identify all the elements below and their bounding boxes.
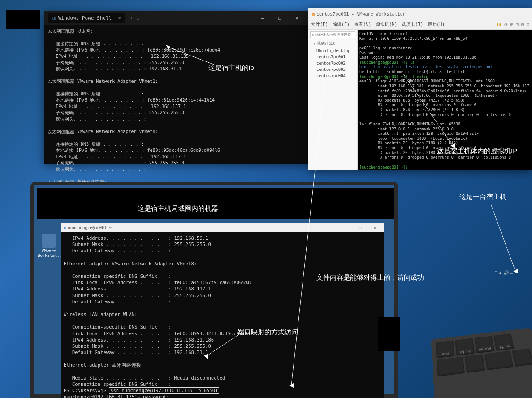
sidebar-item[interactable]: centos7pc004 [310,73,355,79]
powershell-icon: ⧉ [52,15,56,21]
menu-file[interactable]: 文件(F) [311,22,328,28]
lt-titlebar[interactable]: ▣ nuochengze@pc001:~ — ☐ ✕ [61,223,384,232]
annotation-port-forward: 端口映射的方式访问 [238,328,298,337]
menu-tabs[interactable]: 选项卡(T) [402,22,423,28]
wifi-icon[interactable]: ◈ [499,270,502,275]
physical-keyboard: end pg up delete pg dn [431,328,532,398]
vmware-icon: ▦ [312,12,315,17]
key-delete: delete [474,336,494,353]
annotation-lan-machine: 这是宿主机局域网内的机器 [138,204,218,213]
redaction-box [378,317,400,351]
vm-search-input[interactable] [310,31,355,38]
maximize-button[interactable]: ☐ [272,12,288,24]
toolbar-icon[interactable]: ⊞ [510,22,513,27]
key [437,357,465,377]
key-end: end [436,341,455,359]
vmware-window: ▦ centos7pc001 - VMware Workstation 文件(F… [308,8,532,170]
redaction-box [6,10,40,29]
pause-icon[interactable]: ▮▮ [496,22,502,27]
dropdown-icon[interactable]: ⌄ [136,15,139,21]
vmware-icon [42,234,56,248]
volume-icon[interactable]: 🔊 [503,270,509,275]
sidebar-item[interactable]: Ubuntu_desktop [310,48,355,54]
vm-sidebar: □ 我的计算机 Ubuntu_desktop centos7pc001 cent… [308,30,358,170]
battery-icon[interactable]: ▭ [510,270,513,275]
annotation-vm-ip: 这是宿主机体内的虚拟机IP [437,147,517,156]
annotation-host-machine: 这是一台宿主机 [459,193,506,201]
toolbar-icon[interactable]: ⊟ [521,22,524,27]
vm-title: centos7pc001 - VMware Workstation [316,12,406,17]
menu-edit[interactable]: 编辑(E) [333,22,350,28]
minimize-button[interactable]: — [340,224,352,232]
close-button[interactable]: ✕ [368,224,381,232]
close-tab-icon[interactable]: × [118,15,121,21]
desktop-icon-vmware[interactable]: VMware Workstat... [38,234,60,258]
menu-vm[interactable]: 虚拟机(M) [376,22,397,28]
toolbar-icon[interactable]: ⊠ [527,22,529,27]
annotation-file-match: 文件内容是能够对得上的，访问成功 [316,273,424,282]
laptop-screen: VMware Workstat... ▣ nuochengze@pc001:~ … [30,182,398,398]
laptop-terminal-window: ▣ nuochengze@pc001:~ — ☐ ✕ IPv4 Address.… [61,223,384,398]
vm-titlebar[interactable]: ▦ centos7pc001 - VMware Workstation [308,8,532,20]
menu-view[interactable]: 查看(V) [354,22,371,28]
sidebar-item[interactable]: centos7pc001 [310,54,355,60]
laptop-terminal-output[interactable]: IPv4 Address. . . . . . . . . . . : 192.… [61,232,384,398]
key [484,351,514,371]
close-button[interactable]: ✕ [289,12,305,24]
key-pgdn: pg dn [493,333,514,351]
toolbar-icon[interactable]: ⊡ [516,22,519,27]
tray-icon[interactable]: ^ [494,270,497,275]
key-pgup: pg up [455,338,475,355]
vm-toolbar: ▮▮ ⟳ ⊞ ⊡ ⊟ ⊠ [496,22,529,27]
vm-menubar: 文件(F) 编辑(E) 查看(V) 虚拟机(M) 选项卡(T) 帮助(H) ▮▮… [308,20,532,30]
ps-tab[interactable]: ⧉ Windows PowerShell × [48,13,125,23]
ps-titlebar[interactable]: ⧉ Windows PowerShell × + ⌄ — ☐ ✕ [44,11,308,25]
annotation-host-ip: 这是宿主机的ip [208,64,254,72]
sidebar-my-computer[interactable]: □ 我的计算机 [310,40,355,48]
key [512,348,532,367]
svg-line-4 [491,204,515,271]
taskbar-tray: ^ ◈ 🔊 ▭ [492,268,532,277]
toolbar-icon[interactable]: ⟳ [504,22,508,27]
terminal-icon: ▣ [64,225,66,230]
menu-help[interactable]: 帮助(H) [428,22,445,28]
powershell-window: ⧉ Windows PowerShell × + ⌄ — ☐ ✕ 以太网适配器 … [44,11,308,164]
maximize-button[interactable]: ☐ [354,224,367,232]
new-tab-button[interactable]: + [130,15,133,21]
minimize-button[interactable]: — [255,12,271,24]
sidebar-item[interactable]: centos7pc003 [310,66,355,73]
redaction-box [37,188,394,219]
desktop-icon-label: VMware Workstat... [38,249,65,258]
key [465,354,485,373]
lt-title: nuochengze@pc001:~ [68,225,112,230]
sidebar-item[interactable]: centos7pc002 [310,60,355,66]
ps-tab-title: Windows PowerShell [58,15,112,21]
